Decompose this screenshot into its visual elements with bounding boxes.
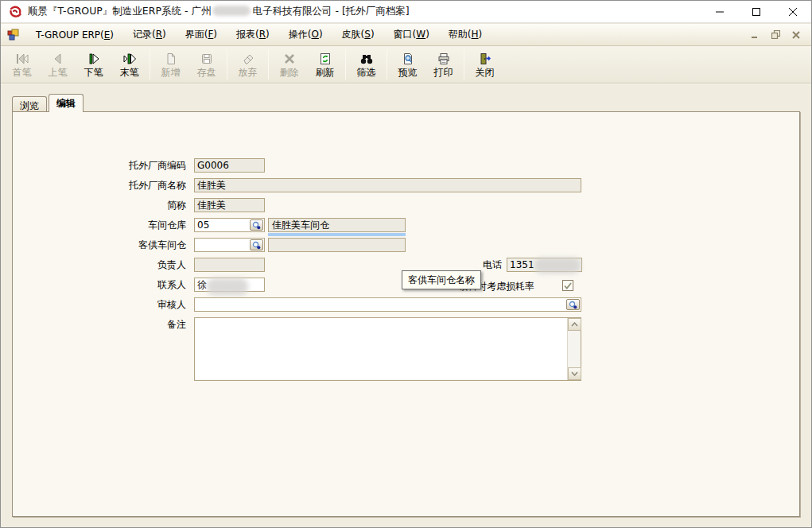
- menu-interface[interactable]: 界面(F): [177, 25, 225, 45]
- abandon-button[interactable]: 放弃: [230, 48, 266, 81]
- customer-warehouse-label: 客供车间仓: [13, 239, 186, 251]
- magnifier-lookup-icon: [252, 241, 261, 250]
- minimize-button[interactable]: [701, 1, 738, 23]
- eraser-icon: [242, 52, 254, 65]
- loss-rate-checkbox[interactable]: [562, 280, 573, 291]
- mdi-restore-button[interactable]: [770, 29, 781, 41]
- print-preview-icon: [402, 52, 414, 65]
- last-record-icon: [122, 52, 137, 65]
- workshop-warehouse-combo: [194, 218, 265, 232]
- tab-strip: 浏览 编辑: [12, 94, 85, 112]
- filter-button[interactable]: 筛选: [348, 48, 384, 81]
- refresh-icon: [319, 52, 332, 65]
- menubar: T-GROUP ERP(E) 记录(R) 界面(F) 报表(R) 操作(O) 皮…: [1, 23, 811, 46]
- contact-label: 联系人: [13, 279, 186, 291]
- mdi-minimize-button[interactable]: [749, 29, 760, 41]
- short-name-input[interactable]: [194, 198, 265, 212]
- next-record-button[interactable]: 下笔: [76, 48, 111, 81]
- auditor-combo: [194, 297, 581, 312]
- toolbar-separator: [387, 49, 387, 80]
- menu-report[interactable]: 报表(R): [228, 25, 278, 45]
- workshop-warehouse-lookup-button[interactable]: [250, 219, 263, 231]
- close-window-button[interactable]: 关闭: [467, 48, 503, 81]
- close-icon: [788, 7, 798, 17]
- printer-icon: [437, 52, 450, 65]
- memo-scrollbar[interactable]: [567, 318, 581, 380]
- toolbar-separator: [345, 49, 346, 80]
- scroll-up-button[interactable]: [568, 318, 581, 331]
- toolbar-separator: [464, 49, 464, 80]
- menu-skin[interactable]: 皮肤(S): [334, 25, 383, 45]
- mdi-minimize-icon: [751, 31, 759, 39]
- mdi-close-button[interactable]: [791, 29, 802, 41]
- first-record-button[interactable]: 首笔: [4, 48, 40, 81]
- window-controls: [701, 1, 811, 23]
- scroll-down-button[interactable]: [568, 367, 581, 380]
- preview-button[interactable]: 预览: [390, 48, 425, 81]
- toolbar-separator: [227, 49, 227, 80]
- toolbar-separator: [150, 49, 150, 80]
- focus-highlight-bar: [268, 233, 406, 236]
- tooltip-customer-warehouse-name: 客供车间仓名称: [402, 270, 481, 289]
- new-document-icon: [165, 52, 177, 65]
- chevron-up-icon: [571, 322, 578, 327]
- mdi-restore-icon: [771, 30, 780, 39]
- mdi-close-icon: [792, 31, 800, 39]
- close-button[interactable]: [775, 1, 811, 23]
- app-logo-icon: [8, 5, 22, 19]
- maximize-button[interactable]: [738, 1, 775, 23]
- menu-window[interactable]: 窗口(W): [386, 25, 437, 45]
- new-button[interactable]: 新增: [153, 48, 188, 81]
- workshop-warehouse-name-box: 佳胜美车间仓: [268, 218, 406, 232]
- magnifier-lookup-icon: [252, 221, 261, 230]
- tab-browse[interactable]: 浏览: [12, 96, 47, 112]
- manager-label: 负责人: [13, 259, 186, 271]
- delete-x-icon: [283, 52, 296, 65]
- erp-window: 顺景『T-GROUP』制造业ERP系统 - 广州电子科技有限公司 - [托外厂商…: [0, 0, 812, 528]
- menu-tgroup-erp[interactable]: T-GROUP ERP(E): [28, 26, 122, 44]
- first-record-icon: [15, 52, 29, 65]
- save-floppy-icon: [200, 52, 213, 65]
- customer-warehouse-lookup-button[interactable]: [250, 239, 263, 250]
- content-area: 浏览 编辑 托外厂商编码 托外厂商名称 简称 车间仓库 佳胜美车间仓: [1, 83, 811, 527]
- checkmark-icon: [564, 282, 572, 289]
- phone-label: 电话: [410, 259, 502, 271]
- refresh-button[interactable]: 刷新: [307, 48, 343, 81]
- magnifier-lookup-icon: [569, 301, 577, 309]
- prev-record-button[interactable]: 上笔: [40, 48, 76, 81]
- vendor-name-input[interactable]: [194, 178, 581, 192]
- tab-edit[interactable]: 编辑: [49, 94, 84, 112]
- edit-tab-panel: 托外厂商编码 托外厂商名称 简称 车间仓库 佳胜美车间仓 客供车间仓: [12, 111, 800, 517]
- workshop-warehouse-label: 车间仓库: [13, 219, 186, 231]
- auditor-input[interactable]: [194, 297, 581, 312]
- vendor-name-label: 托外厂商名称: [13, 180, 186, 192]
- phone-input[interactable]: 1351: [507, 258, 582, 272]
- vendor-code-label: 托外厂商编码: [13, 160, 186, 172]
- contact-input[interactable]: 徐: [194, 278, 265, 292]
- auditor-lookup-button[interactable]: [566, 299, 580, 310]
- menu-help[interactable]: 帮助(H): [441, 25, 490, 45]
- vendor-code-input[interactable]: [194, 158, 265, 173]
- menu-operation[interactable]: 操作(O): [281, 25, 331, 45]
- mdi-window-controls: [749, 29, 811, 41]
- memo-label: 备注: [13, 319, 186, 331]
- save-button[interactable]: 存盘: [188, 48, 224, 81]
- customer-warehouse-name-box: [268, 238, 406, 252]
- prev-record-icon: [51, 52, 65, 65]
- chevron-down-icon: [571, 371, 578, 376]
- titlebar: 顺景『T-GROUP』制造业ERP系统 - 广州电子科技有限公司 - [托外厂商…: [1, 1, 811, 23]
- manager-input[interactable]: [194, 258, 265, 272]
- toolbar-separator: [268, 49, 269, 80]
- auditor-label: 审核人: [13, 299, 186, 311]
- menubar-app-icon: [7, 29, 20, 41]
- delete-button[interactable]: 删除: [271, 48, 307, 81]
- memo-textarea[interactable]: [194, 317, 581, 381]
- toolbar: 首笔 上笔 下笔 末笔 新增 存盘 放弃 删除: [1, 46, 811, 83]
- menu-record[interactable]: 记录(R): [125, 25, 174, 45]
- last-record-button[interactable]: 末笔: [111, 48, 147, 81]
- print-button[interactable]: 打印: [425, 48, 461, 81]
- maximize-icon: [752, 7, 761, 17]
- minimize-icon: [715, 7, 725, 17]
- redaction-blur: [207, 278, 248, 295]
- exit-door-icon: [479, 52, 491, 65]
